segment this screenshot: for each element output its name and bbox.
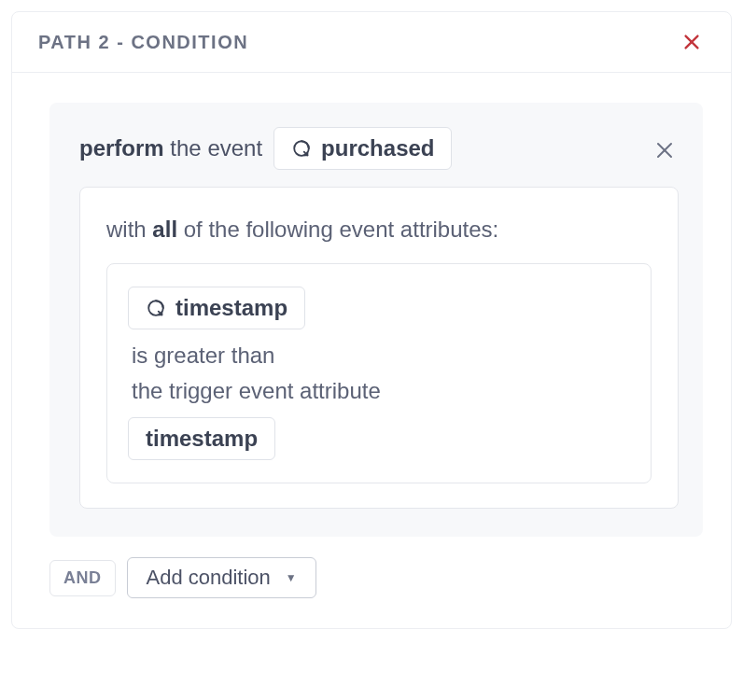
chevron-down-icon: ▼ [286,571,297,584]
perform-label: perform [79,135,164,161]
lead-bold: all [152,217,177,242]
compare-value: timestamp [146,426,258,452]
attributes-block: with all of the following event attribut… [79,187,679,509]
condition-panel: PATH 2 - CONDITION perform the event [11,11,732,629]
panel-header: PATH 2 - CONDITION [12,12,731,73]
attributes-lead: with all of the following event attribut… [106,212,652,246]
attribute-pill[interactable]: timestamp [128,287,305,329]
panel-body: perform the event purchased [12,73,731,628]
add-condition-label: Add condition [147,566,271,590]
and-button[interactable]: AND [49,560,116,596]
condition-box: perform the event purchased [49,103,703,537]
condition-row: perform the event purchased [79,127,679,170]
perform-text: perform the event [79,133,262,163]
event-name: purchased [321,135,434,161]
panel-title: PATH 2 - CONDITION [38,32,248,53]
add-condition-dropdown[interactable]: Add condition ▼ [127,557,316,598]
event-pill[interactable]: purchased [273,127,452,170]
attribute-condition: timestamp is greater than the trigger ev… [106,263,652,483]
event-icon [291,138,312,159]
close-icon [681,32,702,52]
compare-value-pill[interactable]: timestamp [128,417,275,460]
comparator-text: is greater than [132,343,626,369]
close-panel-button[interactable] [679,29,705,55]
lead-prefix: with [106,217,152,242]
compare-to-label: the trigger event attribute [132,378,626,404]
close-icon [653,139,676,161]
event-icon [146,298,166,318]
lead-suffix: of the following event attributes: [177,217,498,242]
remove-condition-button[interactable] [651,136,679,164]
footer-row: AND Add condition ▼ [49,557,703,598]
attribute-name: timestamp [175,295,287,321]
the-event-label: the event [164,135,262,161]
